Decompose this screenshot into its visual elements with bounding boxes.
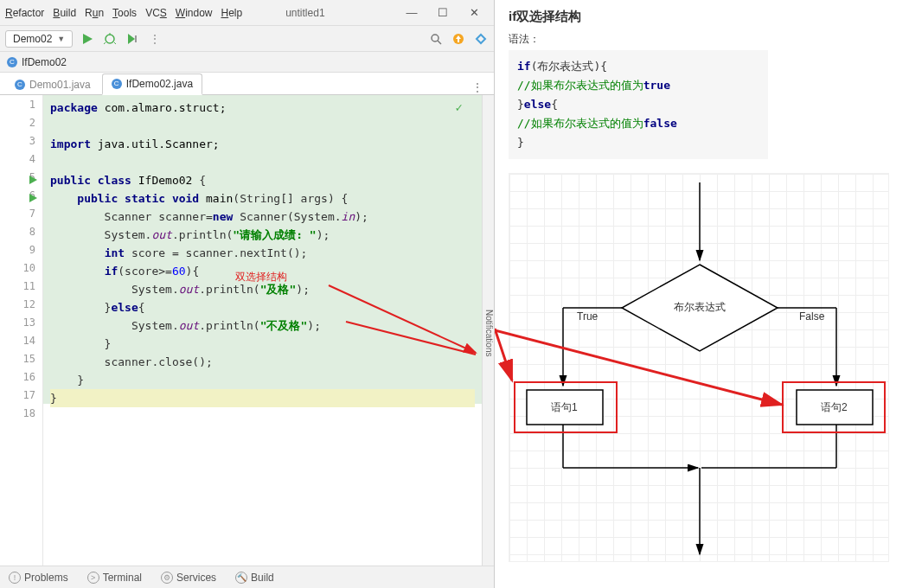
- gutter-run-icon[interactable]: [29, 175, 38, 187]
- code-line[interactable]: package com.almaro.struct;: [50, 99, 475, 117]
- menu-run[interactable]: Run: [85, 7, 104, 19]
- gutter-run-icon[interactable]: [29, 193, 38, 205]
- line-number: 2: [0, 117, 42, 135]
- class-icon: C: [7, 57, 17, 67]
- code-line[interactable]: int score = scanner.nextInt();: [50, 244, 475, 262]
- code-line[interactable]: import java.util.Scanner;: [50, 135, 475, 153]
- svg-marker-12: [29, 176, 37, 184]
- editor-tabs: CDemo01.javaCIfDemo02.java ⋮: [0, 73, 494, 95]
- svg-point-7: [432, 35, 438, 42]
- line-number: 7: [0, 208, 42, 226]
- code-line[interactable]: }: [50, 389, 475, 407]
- highlight-box-2: [782, 381, 886, 433]
- class-icon: C: [15, 80, 25, 90]
- line-number: 16: [0, 371, 42, 389]
- code-line[interactable]: [50, 407, 475, 425]
- line-number: 6: [0, 189, 42, 208]
- svg-rect-6: [135, 35, 137, 42]
- svg-marker-0: [83, 34, 93, 44]
- condition-label: 布尔表达式: [674, 300, 726, 315]
- tabs-more-icon[interactable]: ⋮: [466, 80, 489, 94]
- false-label: False: [799, 310, 824, 323]
- more-icon[interactable]: ⋮: [147, 31, 163, 47]
- project-title: untitled1: [285, 7, 324, 19]
- code-line[interactable]: System.out.println("不及格");: [50, 316, 475, 335]
- code-line[interactable]: [50, 117, 475, 135]
- close-button[interactable]: ✕: [459, 6, 489, 20]
- side-strip[interactable]: Notifications: [482, 95, 494, 566]
- problems-icon: !: [9, 572, 21, 584]
- menu-vcs[interactable]: VCS: [145, 7, 167, 19]
- code-line[interactable]: Scanner scanner=new Scanner(System.in);: [50, 208, 475, 226]
- terminal-icon: >: [87, 572, 99, 584]
- menubar: RefactorBuildRunToolsVCSWindowHelp untit…: [0, 0, 494, 26]
- code-line[interactable]: public class IfDemo02 {: [50, 171, 475, 189]
- annotation-label: 双选择结构: [235, 268, 287, 286]
- line-number: 8: [0, 226, 42, 244]
- menu-window[interactable]: Window: [176, 7, 213, 19]
- code-line[interactable]: System.out.println("请输入成绩: ");: [50, 226, 475, 244]
- line-number: 10: [0, 262, 42, 280]
- code-line[interactable]: }: [50, 335, 475, 353]
- line-number: 1: [0, 99, 42, 117]
- menu-refactor[interactable]: Refactor: [5, 7, 44, 19]
- editor-area[interactable]: 123456789101112131415161718 package com.…: [0, 95, 494, 566]
- code-editor[interactable]: package com.almaro.struct; import java.u…: [43, 95, 482, 566]
- maximize-button[interactable]: ☐: [428, 6, 458, 20]
- code-line[interactable]: }else{: [50, 298, 475, 316]
- code-line[interactable]: [50, 153, 475, 171]
- syntax-code-block: if(布尔表达式){ //如果布尔表达式的值为true }else{ //如果布…: [509, 50, 768, 159]
- build-icon: 🔨: [235, 572, 247, 584]
- coverage-icon[interactable]: [125, 31, 140, 47]
- line-number: 12: [0, 298, 42, 316]
- jetbrains-icon[interactable]: [473, 31, 489, 47]
- ide-window: RefactorBuildRunToolsVCSWindowHelp untit…: [0, 0, 495, 588]
- class-icon: C: [112, 79, 122, 89]
- gutter: 123456789101112131415161718: [0, 95, 43, 566]
- upload-icon[interactable]: [451, 31, 466, 47]
- svg-marker-13: [29, 194, 37, 202]
- bottom-tool-build[interactable]: 🔨Build: [235, 572, 274, 584]
- bottom-tool-terminal[interactable]: >Terminal: [87, 572, 142, 584]
- svg-marker-5: [128, 34, 135, 44]
- svg-marker-11: [477, 35, 485, 43]
- line-number: 15: [0, 353, 42, 371]
- menu-tools[interactable]: Tools: [112, 7, 137, 19]
- code-line[interactable]: scanner.close();: [50, 353, 475, 371]
- menu-build[interactable]: Build: [53, 7, 76, 19]
- run-icon[interactable]: [80, 31, 95, 47]
- code-line[interactable]: }: [50, 371, 475, 389]
- svg-line-3: [104, 42, 106, 44]
- chevron-down-icon: ▼: [57, 35, 65, 43]
- run-config-dropdown[interactable]: Demo02 ▼: [5, 30, 73, 48]
- line-number: 5: [0, 171, 42, 189]
- bottom-tool-services[interactable]: ⚙Services: [161, 572, 216, 584]
- line-number: 4: [0, 153, 42, 171]
- svg-line-8: [438, 41, 441, 44]
- right-title: if双选择结构: [509, 9, 895, 25]
- line-number: 14: [0, 335, 42, 353]
- line-number: 18: [0, 407, 42, 425]
- debug-icon[interactable]: [102, 31, 118, 47]
- line-number: 9: [0, 244, 42, 262]
- services-icon: ⚙: [161, 572, 173, 584]
- menu-help[interactable]: Help: [221, 7, 243, 19]
- tab-demo01-java[interactable]: CDemo01.java: [5, 74, 100, 94]
- minimize-button[interactable]: —: [397, 6, 426, 20]
- line-number: 11: [0, 280, 42, 298]
- bottom-tool-problems[interactable]: !Problems: [9, 572, 68, 584]
- highlight-box-1: [514, 381, 618, 433]
- line-number: 17: [0, 389, 42, 407]
- svg-point-1: [106, 35, 114, 43]
- breadcrumb[interactable]: C IfDemo02: [0, 52, 494, 73]
- flowchart: 布尔表达式 True False 语句1 语句2: [509, 173, 889, 562]
- code-line[interactable]: public static void main(String[] args) {: [50, 189, 475, 208]
- tab-ifdemo02-java[interactable]: CIfDemo02.java: [102, 74, 202, 95]
- bottom-toolbar: !Problems>Terminal⚙Services🔨Build: [0, 566, 494, 588]
- svg-line-4: [114, 42, 116, 44]
- toolbar: Demo02 ▼ ⋮: [0, 26, 494, 52]
- syntax-label: 语法：: [509, 32, 895, 47]
- line-number: 13: [0, 316, 42, 335]
- right-pane: if双选择结构 语法： if(布尔表达式){ //如果布尔表达式的值为true …: [495, 0, 909, 588]
- search-icon[interactable]: [428, 31, 444, 47]
